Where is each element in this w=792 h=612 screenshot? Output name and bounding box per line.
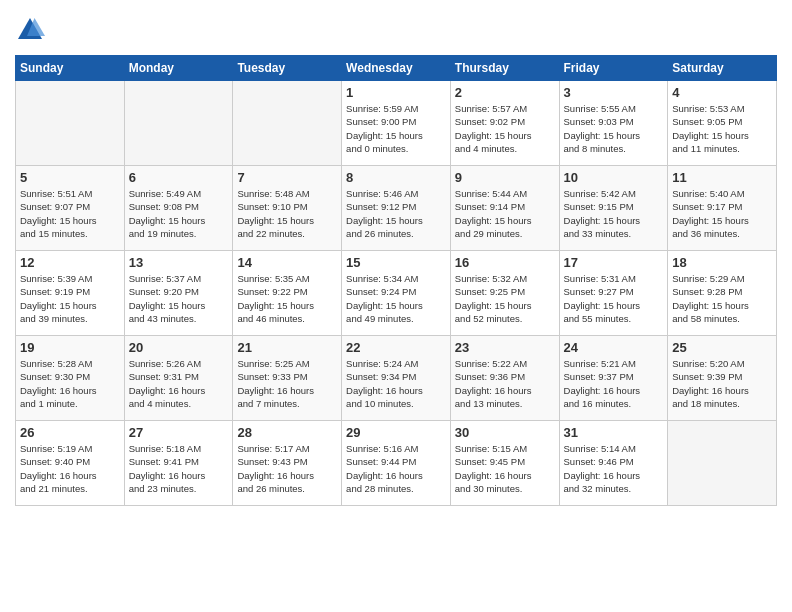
day-info: Sunrise: 5:25 AM Sunset: 9:33 PM Dayligh… [237,357,337,410]
calendar-cell: 27Sunrise: 5:18 AM Sunset: 9:41 PM Dayli… [124,421,233,506]
day-info: Sunrise: 5:39 AM Sunset: 9:19 PM Dayligh… [20,272,120,325]
calendar-cell [233,81,342,166]
day-info: Sunrise: 5:53 AM Sunset: 9:05 PM Dayligh… [672,102,772,155]
calendar-cell: 7Sunrise: 5:48 AM Sunset: 9:10 PM Daylig… [233,166,342,251]
calendar-cell: 10Sunrise: 5:42 AM Sunset: 9:15 PM Dayli… [559,166,668,251]
calendar-cell: 5Sunrise: 5:51 AM Sunset: 9:07 PM Daylig… [16,166,125,251]
day-number: 20 [129,340,229,355]
day-number: 1 [346,85,446,100]
day-info: Sunrise: 5:17 AM Sunset: 9:43 PM Dayligh… [237,442,337,495]
day-number: 21 [237,340,337,355]
calendar-cell: 22Sunrise: 5:24 AM Sunset: 9:34 PM Dayli… [342,336,451,421]
day-number: 23 [455,340,555,355]
column-header-tuesday: Tuesday [233,56,342,81]
calendar-cell: 15Sunrise: 5:34 AM Sunset: 9:24 PM Dayli… [342,251,451,336]
calendar-cell: 3Sunrise: 5:55 AM Sunset: 9:03 PM Daylig… [559,81,668,166]
calendar-cell: 20Sunrise: 5:26 AM Sunset: 9:31 PM Dayli… [124,336,233,421]
calendar-week-row: 26Sunrise: 5:19 AM Sunset: 9:40 PM Dayli… [16,421,777,506]
column-header-friday: Friday [559,56,668,81]
day-number: 10 [564,170,664,185]
day-info: Sunrise: 5:35 AM Sunset: 9:22 PM Dayligh… [237,272,337,325]
calendar-cell: 14Sunrise: 5:35 AM Sunset: 9:22 PM Dayli… [233,251,342,336]
calendar-cell: 30Sunrise: 5:15 AM Sunset: 9:45 PM Dayli… [450,421,559,506]
day-info: Sunrise: 5:16 AM Sunset: 9:44 PM Dayligh… [346,442,446,495]
day-number: 18 [672,255,772,270]
day-info: Sunrise: 5:32 AM Sunset: 9:25 PM Dayligh… [455,272,555,325]
day-info: Sunrise: 5:14 AM Sunset: 9:46 PM Dayligh… [564,442,664,495]
day-number: 25 [672,340,772,355]
calendar-cell: 24Sunrise: 5:21 AM Sunset: 9:37 PM Dayli… [559,336,668,421]
day-number: 4 [672,85,772,100]
calendar-header-row: SundayMondayTuesdayWednesdayThursdayFrid… [16,56,777,81]
calendar-cell [124,81,233,166]
day-number: 6 [129,170,229,185]
day-info: Sunrise: 5:28 AM Sunset: 9:30 PM Dayligh… [20,357,120,410]
column-header-wednesday: Wednesday [342,56,451,81]
day-info: Sunrise: 5:51 AM Sunset: 9:07 PM Dayligh… [20,187,120,240]
day-info: Sunrise: 5:20 AM Sunset: 9:39 PM Dayligh… [672,357,772,410]
calendar-cell: 1Sunrise: 5:59 AM Sunset: 9:00 PM Daylig… [342,81,451,166]
day-number: 16 [455,255,555,270]
calendar-table: SundayMondayTuesdayWednesdayThursdayFrid… [15,55,777,506]
day-number: 12 [20,255,120,270]
calendar-cell: 13Sunrise: 5:37 AM Sunset: 9:20 PM Dayli… [124,251,233,336]
calendar-cell: 11Sunrise: 5:40 AM Sunset: 9:17 PM Dayli… [668,166,777,251]
day-info: Sunrise: 5:29 AM Sunset: 9:28 PM Dayligh… [672,272,772,325]
logo-icon [15,15,45,45]
calendar-cell: 12Sunrise: 5:39 AM Sunset: 9:19 PM Dayli… [16,251,125,336]
day-info: Sunrise: 5:59 AM Sunset: 9:00 PM Dayligh… [346,102,446,155]
day-number: 8 [346,170,446,185]
calendar-cell: 23Sunrise: 5:22 AM Sunset: 9:36 PM Dayli… [450,336,559,421]
calendar-cell: 2Sunrise: 5:57 AM Sunset: 9:02 PM Daylig… [450,81,559,166]
day-info: Sunrise: 5:34 AM Sunset: 9:24 PM Dayligh… [346,272,446,325]
calendar-cell: 8Sunrise: 5:46 AM Sunset: 9:12 PM Daylig… [342,166,451,251]
day-number: 19 [20,340,120,355]
calendar-cell: 18Sunrise: 5:29 AM Sunset: 9:28 PM Dayli… [668,251,777,336]
day-info: Sunrise: 5:22 AM Sunset: 9:36 PM Dayligh… [455,357,555,410]
day-info: Sunrise: 5:24 AM Sunset: 9:34 PM Dayligh… [346,357,446,410]
day-info: Sunrise: 5:19 AM Sunset: 9:40 PM Dayligh… [20,442,120,495]
calendar-week-row: 1Sunrise: 5:59 AM Sunset: 9:00 PM Daylig… [16,81,777,166]
calendar-cell: 25Sunrise: 5:20 AM Sunset: 9:39 PM Dayli… [668,336,777,421]
day-number: 17 [564,255,664,270]
day-info: Sunrise: 5:48 AM Sunset: 9:10 PM Dayligh… [237,187,337,240]
day-number: 28 [237,425,337,440]
calendar-week-row: 19Sunrise: 5:28 AM Sunset: 9:30 PM Dayli… [16,336,777,421]
day-info: Sunrise: 5:49 AM Sunset: 9:08 PM Dayligh… [129,187,229,240]
day-info: Sunrise: 5:42 AM Sunset: 9:15 PM Dayligh… [564,187,664,240]
day-number: 31 [564,425,664,440]
day-number: 30 [455,425,555,440]
day-number: 29 [346,425,446,440]
day-number: 14 [237,255,337,270]
column-header-saturday: Saturday [668,56,777,81]
day-number: 13 [129,255,229,270]
calendar-cell: 6Sunrise: 5:49 AM Sunset: 9:08 PM Daylig… [124,166,233,251]
column-header-sunday: Sunday [16,56,125,81]
day-info: Sunrise: 5:26 AM Sunset: 9:31 PM Dayligh… [129,357,229,410]
calendar-cell: 26Sunrise: 5:19 AM Sunset: 9:40 PM Dayli… [16,421,125,506]
day-info: Sunrise: 5:37 AM Sunset: 9:20 PM Dayligh… [129,272,229,325]
day-number: 2 [455,85,555,100]
calendar-cell: 31Sunrise: 5:14 AM Sunset: 9:46 PM Dayli… [559,421,668,506]
day-info: Sunrise: 5:57 AM Sunset: 9:02 PM Dayligh… [455,102,555,155]
day-info: Sunrise: 5:40 AM Sunset: 9:17 PM Dayligh… [672,187,772,240]
calendar-cell: 29Sunrise: 5:16 AM Sunset: 9:44 PM Dayli… [342,421,451,506]
day-number: 9 [455,170,555,185]
calendar-cell: 19Sunrise: 5:28 AM Sunset: 9:30 PM Dayli… [16,336,125,421]
day-number: 3 [564,85,664,100]
day-info: Sunrise: 5:18 AM Sunset: 9:41 PM Dayligh… [129,442,229,495]
column-header-monday: Monday [124,56,233,81]
calendar-cell: 28Sunrise: 5:17 AM Sunset: 9:43 PM Dayli… [233,421,342,506]
calendar-cell: 9Sunrise: 5:44 AM Sunset: 9:14 PM Daylig… [450,166,559,251]
day-number: 11 [672,170,772,185]
day-number: 15 [346,255,446,270]
day-number: 24 [564,340,664,355]
day-info: Sunrise: 5:21 AM Sunset: 9:37 PM Dayligh… [564,357,664,410]
calendar-cell: 4Sunrise: 5:53 AM Sunset: 9:05 PM Daylig… [668,81,777,166]
calendar-week-row: 12Sunrise: 5:39 AM Sunset: 9:19 PM Dayli… [16,251,777,336]
logo [15,15,49,45]
calendar-cell [16,81,125,166]
day-number: 22 [346,340,446,355]
calendar-week-row: 5Sunrise: 5:51 AM Sunset: 9:07 PM Daylig… [16,166,777,251]
day-number: 27 [129,425,229,440]
